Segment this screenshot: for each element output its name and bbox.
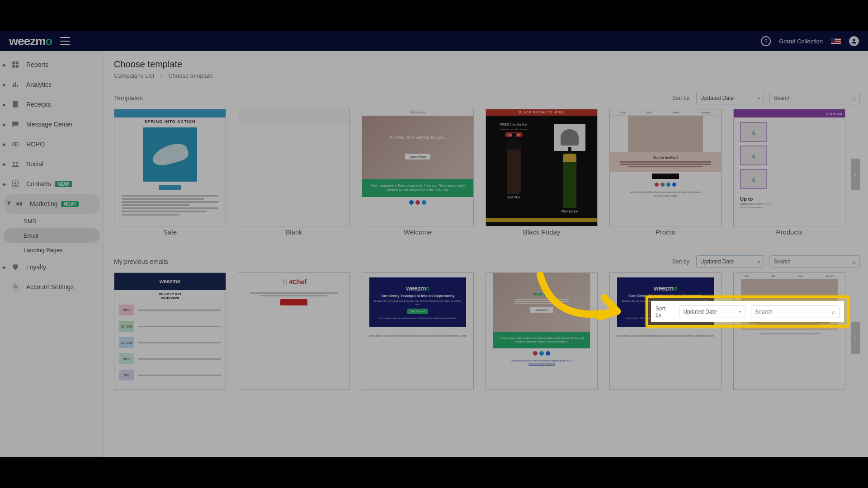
previous-card[interactable]: weezmo Turn Every Touchpoint Into an Opp…: [609, 272, 722, 390]
account-avatar-button[interactable]: [849, 36, 859, 46]
org-name[interactable]: Grand Collection: [779, 38, 823, 45]
help-icon: ?: [761, 36, 771, 46]
sidebar: ▶ Reports ▶ Analytics ▶ Receipts ▶ Messa…: [0, 51, 104, 457]
thumb-name: Champagne: [561, 210, 578, 213]
language-flag-button[interactable]: [831, 38, 841, 44]
svg-point-14: [14, 286, 17, 288]
template-card-label: Black Friday: [486, 228, 598, 236]
previous-sortbar: Sort by: Updated Date ▾ ⌕: [672, 255, 860, 268]
template-thumb: SellGiftsNewsAccount You're invited! Lor…: [609, 109, 722, 226]
new-badge: NEW!: [61, 201, 79, 207]
sidebar-subitem-landing-pages[interactable]: Landing Pages: [0, 243, 104, 257]
templates-search-input[interactable]: [774, 95, 852, 101]
thumb-hero-text: All new, And waiting for you.: [390, 135, 446, 140]
previous-card[interactable]: 🍴 4Chef: [238, 272, 350, 390]
dashboard-icon: [11, 60, 20, 69]
template-card-sale[interactable]: SPRING INTO ACTION Sale: [114, 109, 226, 236]
sidebar-item-account-settings[interactable]: ▶ Account Settings: [0, 277, 104, 297]
chevron-down-icon: ▶: [7, 201, 12, 206]
previous-thumb: weezmo Turn Every Touchpoint Into an Opp…: [362, 272, 474, 390]
sidebar-item-social[interactable]: ▶ Social: [0, 154, 104, 174]
template-card-promo[interactable]: SellGiftsNewsAccount You're invited! Lor…: [609, 109, 722, 236]
template-card-label: Blank: [238, 228, 350, 236]
chevron-right-icon: ▶: [3, 122, 8, 127]
template-card-black-friday[interactable]: BLACK FRIDAY IS HERE FREE 5 for the firs…: [486, 109, 598, 236]
sidebar-item-label: Contacts: [26, 180, 51, 188]
thumb-title: FREE trial: [533, 292, 550, 296]
thumb-button: Learn More: [405, 154, 430, 160]
main-content: Choose template Campaigns List > Choose …: [104, 51, 868, 457]
previous-card[interactable]: weezmo Turn Every Touchpoint Into an Opp…: [362, 272, 474, 390]
sidebar-subitem-sms[interactable]: SMS: [0, 214, 104, 228]
templates-sort-select[interactable]: Updated Date ▾: [696, 92, 764, 104]
new-badge: NEW!: [55, 181, 72, 187]
templates-search-box[interactable]: ⌕: [769, 92, 860, 104]
previous-search-input[interactable]: [774, 258, 852, 265]
templates-row: SPRING INTO ACTION Sale Blank Welcome: [114, 109, 860, 236]
search-icon: ⌕: [852, 258, 856, 265]
brand-logo: weezmo: [9, 34, 52, 48]
template-thumb: Welcome All new, And waiting for you.Lea…: [362, 109, 474, 226]
previous-card[interactable]: weezmo WEEKLY KPI24.03.2020 35% 17 .20k …: [114, 272, 226, 390]
previous-sort-select[interactable]: Updated Date ▾: [696, 255, 764, 268]
sidebar-item-message-center[interactable]: ▶ Message Center: [0, 114, 104, 134]
sidebar-subitem-email[interactable]: Email: [4, 228, 100, 243]
thumb-button: Get Started: [655, 309, 676, 314]
svg-rect-7: [17, 85, 18, 87]
previous-thumb: weezmo Turn Every Touchpoint Into an Opp…: [609, 272, 722, 390]
sidebar-item-label: Account Settings: [26, 283, 74, 291]
template-card-products[interactable]: Check out ▲▲▲ Up to Lorem ipsum 20% OFF …: [733, 109, 845, 236]
thumb-bar: Check out: [826, 112, 842, 116]
sidebar-item-ropo[interactable]: ▶ ROPO: [0, 134, 104, 154]
brand-logo-text: weezm: [9, 34, 45, 48]
page-title: Choose template: [114, 59, 860, 70]
sort-label: Sort by:: [672, 258, 691, 265]
previous-search-box[interactable]: ⌕: [769, 255, 860, 268]
breadcrumb: Campaigns List > Choose template: [114, 72, 860, 79]
template-card-welcome[interactable]: Welcome All new, And waiting for you.Lea…: [362, 109, 474, 236]
sidebar-item-label: Analytics: [26, 81, 52, 88]
chevron-down-icon: ▾: [758, 96, 760, 101]
sidebar-item-label: Reports: [26, 61, 48, 68]
previous-thumb: SellGiftsNewsAccount Lorem ipsum dolor s…: [733, 272, 845, 390]
sidebar-item-analytics[interactable]: ▶ Analytics: [0, 75, 104, 94]
svg-point-13: [14, 182, 17, 184]
avatar-icon: [849, 36, 859, 46]
template-card-blank[interactable]: Blank: [238, 109, 350, 236]
megaphone-icon: [14, 199, 24, 208]
sidebar-item-reports[interactable]: ▶ Reports: [0, 55, 104, 75]
help-button[interactable]: ?: [761, 36, 771, 46]
templates-next-button[interactable]: ›: [851, 159, 860, 190]
sidebar-item-receipts[interactable]: ▶ Receipts: [0, 94, 104, 114]
sidebar-item-label: ROPO: [26, 141, 45, 148]
link-icon: [11, 140, 20, 149]
breadcrumb-current: Choose template: [168, 72, 212, 79]
section-title-templates: Templates: [114, 94, 672, 102]
sidebar-item-label: Marketing: [30, 200, 57, 207]
sidebar-item-loyalty[interactable]: ▶ Loyalty: [0, 257, 104, 277]
svg-rect-5: [13, 84, 14, 88]
gear-icon: [11, 282, 20, 291]
chevron-right-icon: ▶: [3, 265, 8, 270]
thumb-brand: 4Chef: [289, 278, 307, 286]
sidebar-item-contacts[interactable]: ▶ Contacts NEW!: [0, 174, 104, 194]
previous-next-button[interactable]: ›: [851, 322, 860, 354]
thumb-title: Up to: [734, 193, 845, 202]
search-icon: ⌕: [852, 94, 856, 102]
select-value: Updated Date: [700, 258, 734, 265]
thumb-title: SPRING INTO ACTION: [114, 117, 226, 126]
receipt-icon: [11, 100, 20, 109]
sidebar-item-marketing[interactable]: ▶ Marketing NEW!: [4, 194, 100, 214]
sidebar-item-label: Social: [26, 160, 43, 168]
contacts-icon: [11, 179, 20, 188]
chevron-right-icon: ▶: [3, 182, 8, 187]
previous-card[interactable]: SellGiftsNewsAccount Lorem ipsum dolor s…: [733, 272, 845, 390]
thumb-bar: BLACK FRIDAY IS HERE: [486, 109, 597, 116]
thumb-body: New management. New components. New you.…: [362, 179, 473, 197]
thumb-bar: Welcome: [362, 109, 473, 116]
chevron-right-icon: ▶: [3, 82, 8, 87]
thumb-sub: Engage with your customers & increase yo…: [374, 300, 462, 306]
previous-card[interactable]: FREE trial Learn More Lorem ipsum dolor …: [486, 272, 598, 390]
breadcrumb-link[interactable]: Campaigns List: [114, 72, 155, 79]
menu-toggle-button[interactable]: [60, 37, 70, 45]
